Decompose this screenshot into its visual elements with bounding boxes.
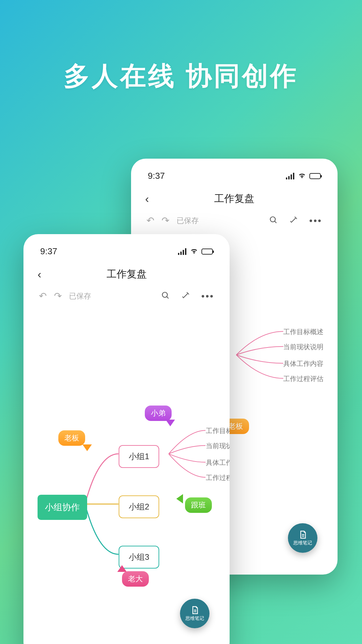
redo-icon[interactable]: ↷	[162, 215, 169, 226]
magic-icon[interactable]	[289, 216, 298, 226]
cursor-tag-brother: 小弟	[145, 406, 172, 421]
cursor-tag-follow: 跟班	[185, 497, 212, 513]
leaf-text-3[interactable]: 具体工作内容	[206, 458, 230, 467]
leaf-text-3[interactable]: 具体工作内容	[283, 359, 323, 368]
undo-icon[interactable]: ↶	[146, 215, 154, 226]
leaf-text-2[interactable]: 当前现状说明	[283, 342, 323, 352]
fab-label: 思维笔记	[293, 540, 312, 546]
branch-node-2[interactable]: 小组2	[119, 495, 159, 518]
undo-icon[interactable]: ↶	[39, 290, 47, 302]
wifi-icon	[190, 246, 198, 257]
toolbar: ↶ ↷ 已保存 •••	[139, 213, 329, 231]
cursor-arrow-follow-icon	[176, 494, 183, 503]
toolbar: ↶ ↷ 已保存 •••	[32, 288, 222, 306]
magic-icon[interactable]	[181, 291, 190, 301]
back-button[interactable]: ‹	[145, 192, 149, 205]
svg-line-1	[275, 221, 276, 223]
doc-title: 工作复盘	[107, 267, 147, 281]
page-headline: 多人在线 协同创作	[0, 0, 362, 94]
signal-icon	[286, 173, 295, 179]
status-bar: 9:37	[32, 244, 222, 263]
connector-lines	[32, 306, 222, 642]
battery-icon	[201, 249, 213, 255]
search-icon[interactable]	[269, 216, 278, 226]
back-button[interactable]: ‹	[38, 268, 41, 281]
leaf-text-1[interactable]: 工作目标概述	[206, 426, 230, 435]
cursor-tag-boss: 老板	[58, 430, 85, 446]
mindmap-canvas[interactable]: 小组协作 小组1 小组2 小组3 工作目标概述 当前现状说明 具体工作内容 工作…	[32, 306, 222, 642]
wifi-icon	[298, 171, 306, 181]
doc-title: 工作复盘	[214, 192, 254, 206]
cursor-arrow-boss-icon	[82, 444, 92, 451]
saved-status: 已保存	[177, 216, 199, 226]
leaf-text-2[interactable]: 当前现状说明	[206, 441, 230, 450]
cursor-arrow-brother-icon	[166, 420, 175, 426]
status-time: 9:37	[148, 171, 165, 181]
svg-point-0	[270, 217, 275, 222]
redo-icon[interactable]: ↷	[54, 290, 62, 302]
signal-icon	[178, 248, 187, 255]
phone-front: 9:37 ‹ 工作复盘 ↶ ↷ 已保存	[23, 234, 230, 644]
search-icon[interactable]	[161, 291, 170, 301]
cursor-arrow-elder-icon	[117, 565, 127, 572]
battery-icon	[309, 173, 321, 179]
svg-line-3	[167, 297, 168, 298]
branch-node-1[interactable]: 小组1	[119, 445, 159, 468]
fab-label: 思维笔记	[185, 615, 204, 622]
more-icon[interactable]: •••	[201, 291, 214, 302]
leaf-text-1[interactable]: 工作目标概述	[283, 327, 323, 336]
leaf-text-4[interactable]: 工作过程评估	[206, 473, 230, 482]
saved-status: 已保存	[69, 291, 91, 301]
status-bar: 9:37	[139, 168, 329, 187]
notes-fab[interactable]: 思维笔记	[180, 599, 209, 628]
more-icon[interactable]: •••	[309, 215, 322, 226]
cursor-tag-elder: 老大	[122, 571, 149, 587]
root-node[interactable]: 小组协作	[38, 495, 87, 520]
leaf-text-4[interactable]: 工作过程评估	[283, 374, 323, 383]
notes-fab[interactable]: 思维笔记	[288, 523, 317, 553]
status-time: 9:37	[40, 246, 57, 257]
svg-point-2	[162, 292, 167, 297]
